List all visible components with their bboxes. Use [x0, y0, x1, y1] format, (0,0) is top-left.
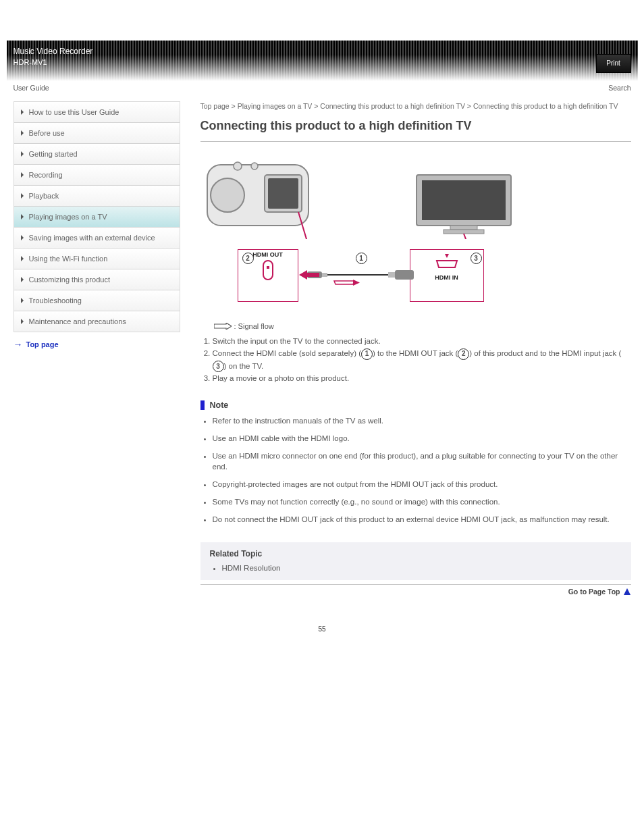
step-2: Connect the HDMI cable (sold separately)…	[213, 347, 631, 372]
hdmi-out-port-icon	[258, 259, 278, 286]
breadcrumb: Top page > Playing images on a TV > Conn…	[200, 101, 631, 111]
sidebar-item-how-to-use[interactable]: How to use this User Guide	[14, 102, 180, 123]
inline-circled-2: 2	[458, 348, 469, 360]
cable-to-port-arrow	[299, 268, 319, 282]
signal-flow-legend: : Signal flow	[214, 322, 274, 330]
print-button[interactable]: Print	[596, 54, 631, 73]
connection-diagram: HDMI OUT HDMI IN	[200, 151, 511, 327]
svg-marker-21	[334, 281, 354, 284]
related-topic-box: Related Topic HDMI Resolution	[200, 542, 631, 580]
svg-rect-19	[388, 272, 395, 278]
header-fade	[7, 41, 638, 81]
signal-flow-arrow-icon	[214, 323, 232, 330]
related-item[interactable]: HDMI Resolution	[222, 563, 622, 573]
sidebar-item-wifi[interactable]: Using the Wi-Fi function	[14, 249, 180, 269]
svg-line-12	[464, 234, 477, 239]
svg-point-5	[251, 163, 258, 170]
arrow-right-icon: →	[14, 339, 23, 350]
related-heading: Related Topic	[210, 549, 622, 558]
svg-marker-15	[445, 254, 449, 258]
sidebar-item-before-use[interactable]: Before use	[14, 123, 180, 144]
svg-marker-25	[624, 588, 630, 595]
svg-rect-20	[395, 270, 414, 280]
svg-rect-14	[267, 266, 269, 269]
note-heading: Note	[200, 400, 631, 410]
go-to-top-link[interactable]: Go to Page Top	[200, 584, 631, 596]
svg-rect-11	[444, 230, 484, 234]
note-list: Refer to the instruction manuals of the …	[213, 415, 631, 525]
sidebar-item-playback[interactable]: Playback	[14, 186, 180, 207]
circled-3-diagram: 3	[471, 253, 482, 264]
note-item: Use an HDMI micro connector on one end (…	[213, 450, 631, 472]
header-titles: Music Video Recorder HDR-MV1	[14, 46, 93, 68]
inline-circled-1: 1	[361, 348, 373, 360]
svg-rect-2	[268, 178, 298, 209]
top-page-label: Top page	[26, 340, 59, 348]
signal-flow-label: : Signal flow	[234, 322, 274, 330]
search-link[interactable]: Search	[608, 84, 630, 92]
svg-marker-22	[353, 280, 360, 286]
sidebar-item-saving-external[interactable]: Saving images with an external device	[14, 228, 180, 249]
note-item: Do not connect the HDMI OUT jack of this…	[213, 514, 631, 525]
sidebar-item-troubleshooting[interactable]: Troubleshooting	[14, 290, 180, 311]
sidebar-item-customizing[interactable]: Customizing this product	[14, 269, 180, 290]
svg-marker-24	[214, 323, 232, 330]
header-strip: Music Video Recorder HDR-MV1 Print	[7, 41, 638, 81]
svg-point-4	[234, 162, 242, 170]
svg-rect-13	[263, 261, 273, 280]
sidebar-item-recording[interactable]: Recording	[14, 165, 180, 186]
sidebar-item-getting-started[interactable]: Getting started	[14, 144, 180, 165]
tv-icon	[410, 172, 518, 239]
note-item: Use an HDMI cable with the HDMI logo.	[213, 433, 631, 444]
inline-circled-3: 3	[213, 361, 224, 372]
go-to-top-label: Go to Page Top	[568, 588, 620, 596]
hdmi-in-port-icon	[433, 253, 460, 273]
top-page-link[interactable]: → Top page	[14, 339, 180, 350]
svg-rect-17	[322, 273, 327, 277]
sidebar-item-playing-tv[interactable]: Playing images on a TV	[14, 207, 180, 228]
header-subtitle: HDR-MV1	[14, 57, 93, 68]
camcorder-icon	[200, 151, 319, 239]
circled-2-diagram: 2	[242, 253, 254, 264]
header-title: Music Video Recorder	[14, 46, 93, 57]
related-item-label: HDMI Resolution	[222, 564, 281, 572]
title-separator	[200, 141, 631, 142]
svg-marker-23	[299, 270, 319, 280]
page-title: Connecting this product to a high defini…	[200, 119, 631, 133]
hdmi-in-label: HDMI IN	[410, 274, 483, 281]
triangle-up-icon	[623, 588, 631, 596]
svg-rect-10	[450, 226, 477, 230]
top-links: User Guide Search	[7, 81, 638, 92]
page-number: 55	[7, 625, 638, 633]
note-item: Refer to the instruction manuals of the …	[213, 415, 631, 426]
user-guide-link[interactable]: User Guide	[14, 84, 49, 92]
sidebar: How to use this User Guide Before use Ge…	[14, 101, 180, 332]
step-1: Switch the input on the TV to the connec…	[213, 335, 631, 347]
steps-list: Switch the input on the TV to the connec…	[213, 335, 631, 384]
circled-1-diagram: 1	[356, 253, 367, 264]
svg-point-3	[211, 178, 244, 212]
note-item: Copyright-protected images are not outpu…	[213, 479, 631, 490]
hdmi-cable-icon	[307, 266, 415, 286]
note-item: Some TVs may not function correctly (e.g…	[213, 496, 631, 507]
sidebar-item-maintenance[interactable]: Maintenance and precautions	[14, 311, 180, 332]
step-3: Play a movie or a photo on this product.	[213, 372, 631, 384]
svg-rect-9	[422, 180, 506, 220]
